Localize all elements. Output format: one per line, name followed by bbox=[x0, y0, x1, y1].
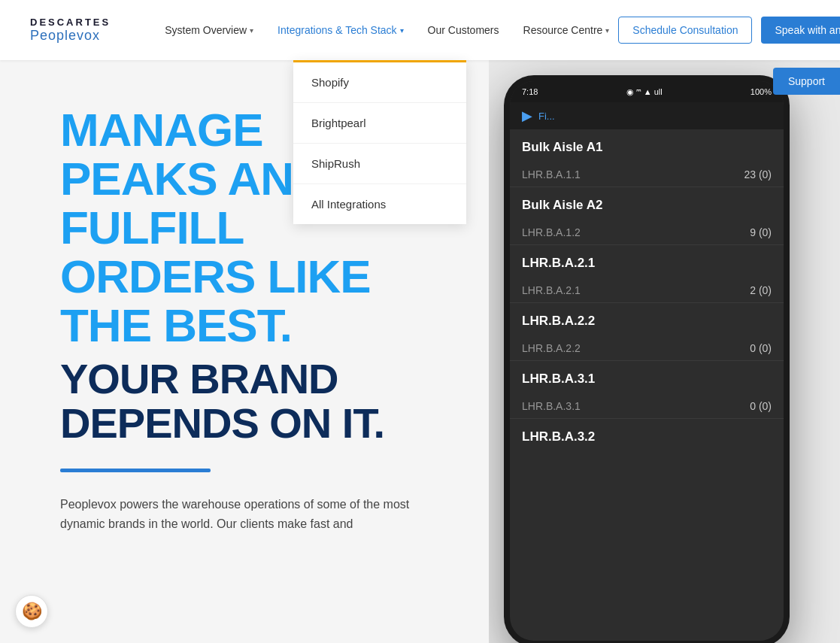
phone-status-icons: ◉ ᵐ ▲ ull bbox=[626, 87, 663, 97]
header-actions: Schedule Consultation Speak with an Expe… bbox=[618, 17, 840, 44]
nav-system-overview-label: System Overview bbox=[165, 24, 247, 36]
chevron-down-icon: ▾ bbox=[605, 26, 609, 35]
phone-battery: 100% bbox=[751, 87, 772, 96]
phone-row-label: LHR.B.A.2.1 bbox=[522, 284, 581, 296]
hero-divider bbox=[60, 469, 211, 472]
dropdown-item-brightpearl[interactable]: Brightpearl bbox=[293, 103, 466, 144]
hero-subheadline-line2: DEPENDS ON IT. bbox=[60, 402, 459, 446]
dropdown-item-shiprush[interactable]: ShipRush bbox=[293, 144, 466, 184]
phone-back-icon[interactable]: ▶ bbox=[522, 108, 532, 124]
phone-row-value: 2 (0) bbox=[750, 284, 772, 296]
nav-our-customers[interactable]: Our Customers bbox=[419, 18, 508, 42]
nav-integrations-tech-stack[interactable]: Integrations & Tech Stack ▾ bbox=[268, 18, 413, 42]
main-nav: System Overview ▾ Integrations & Tech St… bbox=[156, 18, 618, 42]
phone-row-value: 23 (0) bbox=[744, 168, 772, 180]
dropdown-item-all-integrations[interactable]: All Integrations bbox=[293, 184, 466, 224]
phone-top-bar: ▶ Fi... bbox=[510, 102, 784, 129]
logo-peoplevox: Peoplevox bbox=[30, 28, 111, 44]
phone-row-label: LHR.B.A.2.2 bbox=[522, 342, 581, 354]
hero-body-text: Peoplevox powers the warehouse operation… bbox=[60, 495, 436, 533]
hero-headline-line5: THE BEST. bbox=[60, 301, 459, 350]
phone-row-sub: LHR.B.A.1.123 (0) bbox=[510, 162, 784, 187]
phone-row-header: LHR.B.A.3.1 bbox=[510, 361, 784, 394]
phone-row-label: LHR.B.A.3.1 bbox=[522, 400, 581, 412]
logo-descartes: DESCARTES bbox=[30, 17, 111, 28]
phone-nav-label: Fi... bbox=[538, 111, 555, 122]
hero-subheadline-line1: YOUR BRAND bbox=[60, 357, 459, 402]
phone-row-value: 0 (0) bbox=[750, 400, 772, 412]
phone-row-label: LHR.B.A.1.2 bbox=[522, 226, 581, 238]
phone-row-header: Bulk Aisle A1 bbox=[510, 129, 784, 162]
phone-row-header: Bulk Aisle A2 bbox=[510, 187, 784, 220]
hero-subheadline: YOUR BRAND DEPENDS ON IT. bbox=[60, 357, 459, 446]
phone-time: 7:18 bbox=[522, 87, 538, 96]
phone-mockup: 7:18 ◉ ᵐ ▲ ull 100% ▶ Fi... Bulk Aisle A… bbox=[504, 75, 790, 643]
dropdown-item-shopify[interactable]: Shopify bbox=[293, 62, 466, 103]
phone-content: Bulk Aisle A1LHR.B.A.1.123 (0)Bulk Aisle… bbox=[510, 129, 784, 452]
phone-row-header: LHR.B.A.2.1 bbox=[510, 245, 784, 278]
nav-customers-label: Our Customers bbox=[428, 24, 499, 36]
speak-with-expert-button[interactable]: Speak with an Expert bbox=[761, 17, 840, 44]
nav-system-overview[interactable]: System Overview ▾ bbox=[156, 18, 262, 42]
phone-screen: 7:18 ◉ ᵐ ▲ ull 100% ▶ Fi... Bulk Aisle A… bbox=[510, 81, 784, 641]
nav-resource-label: Resource Centre bbox=[523, 24, 603, 36]
phone-row-sub: LHR.B.A.3.10 (0) bbox=[510, 394, 784, 419]
hero-headline-line4: ORDERS LIKE bbox=[60, 252, 459, 301]
phone-row-sub: LHR.B.A.1.29 (0) bbox=[510, 220, 784, 245]
phone-row-label: LHR.B.A.1.1 bbox=[522, 168, 581, 180]
phone-row-header: LHR.B.A.2.2 bbox=[510, 303, 784, 336]
phone-row-header: LHR.B.A.3.2 bbox=[510, 419, 784, 452]
chevron-down-icon: ▾ bbox=[250, 26, 253, 35]
chevron-down-icon: ▾ bbox=[400, 26, 404, 35]
nav-integrations-label: Integrations & Tech Stack bbox=[277, 24, 397, 36]
phone-status-bar: 7:18 ◉ ᵐ ▲ ull 100% bbox=[510, 81, 784, 102]
phone-row-sub: LHR.B.A.2.12 (0) bbox=[510, 278, 784, 303]
support-button[interactable]: Support bbox=[773, 68, 840, 95]
logo: DESCARTES Peoplevox bbox=[30, 17, 111, 44]
schedule-consultation-button[interactable]: Schedule Consultation bbox=[618, 17, 752, 44]
header: DESCARTES Peoplevox System Overview ▾ In… bbox=[0, 0, 840, 60]
hero-right: 7:18 ◉ ᵐ ▲ ull 100% ▶ Fi... Bulk Aisle A… bbox=[489, 60, 840, 643]
cookie-consent-button[interactable]: 🍪 bbox=[15, 595, 48, 628]
phone-row-value: 0 (0) bbox=[750, 342, 772, 354]
nav-resource-centre[interactable]: Resource Centre ▾ bbox=[514, 18, 619, 42]
phone-row-value: 9 (0) bbox=[750, 226, 772, 238]
integrations-dropdown: Shopify Brightpearl ShipRush All Integra… bbox=[293, 60, 466, 224]
phone-row-sub: LHR.B.A.2.20 (0) bbox=[510, 336, 784, 361]
